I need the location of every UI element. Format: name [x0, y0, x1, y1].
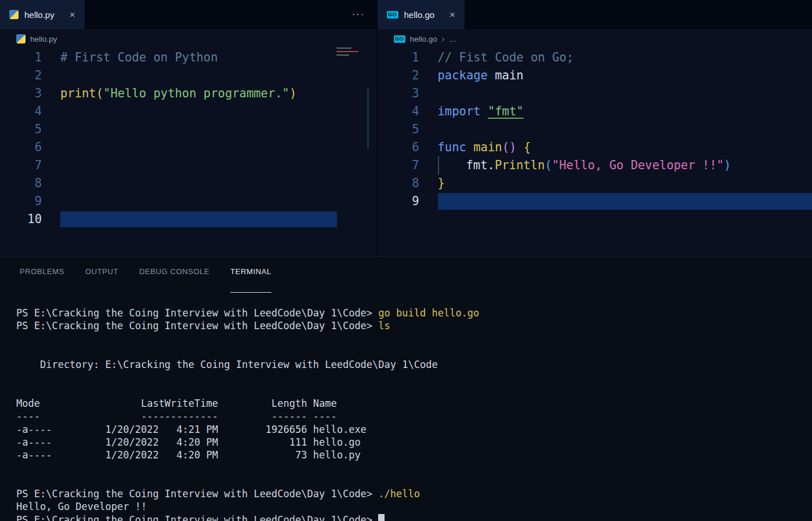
code-editor-go[interactable]: 1// Fist Code on Go;2package main34impor…	[378, 49, 812, 210]
code-token	[438, 156, 466, 174]
code-text	[42, 192, 60, 210]
code-line[interactable]: 5	[0, 121, 377, 139]
terminal-token: PS E:\Cracking the Coing Interview with …	[16, 514, 378, 521]
code-line[interactable]: 7	[0, 156, 377, 174]
minimap-mark	[336, 54, 349, 56]
code-line[interactable]: 5	[378, 121, 812, 139]
breadcrumb[interactable]: GO hello.go › …	[378, 29, 812, 49]
code-line[interactable]: 8	[0, 174, 377, 192]
code-line[interactable]: 8}	[378, 174, 812, 192]
panel-tab-bar: PROBLEMS OUTPUT DEBUG CONSOLE TERMINAL	[0, 257, 812, 293]
code-line[interactable]: 6	[0, 139, 377, 156]
tab-problems[interactable]: PROBLEMS	[20, 267, 64, 293]
terminal-token: Hello, Go Developer !!	[16, 501, 147, 512]
breadcrumb-file[interactable]: hello.py	[30, 35, 57, 43]
code-token	[516, 140, 523, 154]
line-number: 6	[0, 139, 42, 156]
terminal-line	[16, 462, 812, 475]
line-number: 7	[0, 156, 42, 174]
code-token: (	[96, 86, 103, 100]
editor-scrollbar[interactable]	[367, 87, 369, 148]
terminal-cursor	[378, 514, 384, 521]
terminal-token: -a---- 1/20/2022 4:20 PM 111 hello.go	[16, 436, 361, 448]
code-token: "Hello python programmer."	[103, 86, 289, 100]
code-line[interactable]: 9	[378, 192, 812, 210]
terminal-token: ./hello	[378, 488, 420, 500]
minimap[interactable]	[336, 48, 363, 72]
python-icon	[16, 34, 26, 43]
code-text	[42, 156, 60, 174]
terminal-line	[16, 371, 812, 384]
minimap-mark	[336, 51, 358, 52]
terminal-token: PS E:\Cracking the Coing Interview with …	[16, 320, 378, 331]
tab-label: hello.go	[404, 10, 435, 20]
line-number: 2	[0, 67, 42, 85]
code-line[interactable]: 2	[0, 67, 377, 85]
breadcrumb-more[interactable]: …	[449, 35, 458, 43]
breadcrumb[interactable]: hello.py	[0, 29, 377, 49]
terminal-line: -a---- 1/20/2022 4:21 PM 1926656 hello.e…	[16, 423, 812, 436]
code-text	[42, 174, 60, 192]
go-icon: GO	[387, 11, 398, 19]
code-token: )	[509, 140, 516, 154]
code-token	[481, 104, 488, 118]
terminal-line	[16, 333, 812, 345]
code-token: {	[524, 140, 531, 154]
breadcrumb-separator: ›	[442, 34, 445, 43]
code-editor-python[interactable]: 1# First Code on Python23print("Hello py…	[0, 49, 377, 228]
code-line[interactable]: 4	[0, 103, 377, 121]
tab-label: hello.py	[24, 10, 55, 20]
tab-output[interactable]: OUTPUT	[85, 267, 118, 293]
more-actions-icon[interactable]: ···	[352, 0, 365, 29]
code-token	[488, 68, 495, 82]
code-line[interactable]: 6func main() {	[378, 139, 812, 156]
tab-bar-left: hello.py × ···	[0, 0, 377, 29]
code-text	[419, 121, 438, 139]
code-text: print("Hello python programmer.")	[42, 85, 296, 103]
tab-terminal[interactable]: TERMINAL	[230, 267, 271, 293]
code-text: import "fmt"	[419, 103, 524, 121]
line-number: 7	[378, 156, 419, 174]
code-token: (	[502, 140, 509, 154]
code-line[interactable]: 3print("Hello python programmer.")	[0, 85, 377, 103]
vscode-window: hello.py × ··· hello.py 1# First Code on…	[0, 0, 812, 521]
terminal-token: Directory: E:\Cracking the Coing Intervi…	[16, 359, 438, 370]
terminal-output[interactable]: PS E:\Cracking the Coing Interview with …	[0, 293, 812, 521]
terminal-line: PS E:\Cracking the Coing Interview with …	[16, 513, 812, 521]
code-line[interactable]: 9	[0, 192, 377, 210]
code-line[interactable]: 10	[0, 210, 377, 228]
close-icon[interactable]: ×	[449, 10, 455, 20]
code-line[interactable]: 1// Fist Code on Go;	[378, 49, 812, 67]
code-text: # First Code on Python	[42, 49, 218, 67]
editor-group-go: GO hello.go × GO hello.go › … 1// Fist C…	[377, 0, 812, 256]
terminal-line: Hello, Go Developer !!	[16, 500, 812, 513]
line-number: 9	[378, 192, 419, 210]
code-line[interactable]: 1# First Code on Python	[0, 49, 377, 67]
minimap-mark	[336, 48, 351, 49]
close-icon[interactable]: ×	[70, 10, 75, 20]
tab-debug-console[interactable]: DEBUG CONSOLE	[139, 267, 209, 293]
code-line[interactable]: 2package main	[378, 67, 812, 85]
terminal-token: ---- ------------- ------ ----	[16, 410, 337, 422]
code-token: func	[438, 140, 466, 154]
code-token: Println	[495, 158, 545, 172]
code-token	[466, 140, 473, 154]
line-number: 4	[0, 103, 42, 121]
code-text	[42, 210, 60, 228]
breadcrumb-file[interactable]: hello.go	[410, 35, 437, 43]
tab-bar-right: GO hello.go ×	[378, 0, 812, 29]
code-token: package	[438, 68, 488, 82]
code-line[interactable]: 4import "fmt"	[378, 103, 812, 121]
line-number: 9	[0, 192, 42, 210]
terminal-token: Mode LastWriteTime Length Name	[16, 398, 337, 409]
line-number: 8	[378, 174, 419, 192]
code-text	[42, 121, 60, 139]
code-line[interactable]: 3	[378, 85, 812, 103]
terminal-line: Directory: E:\Cracking the Coing Intervi…	[16, 358, 812, 371]
code-token: )	[289, 86, 296, 100]
python-icon	[9, 10, 19, 19]
code-line[interactable]: 7fmt.Println("Hello, Go Developer !!")	[378, 156, 812, 174]
tab-hello-go[interactable]: GO hello.go ×	[378, 0, 465, 29]
code-text	[419, 85, 438, 103]
tab-hello-py[interactable]: hello.py ×	[0, 0, 85, 29]
